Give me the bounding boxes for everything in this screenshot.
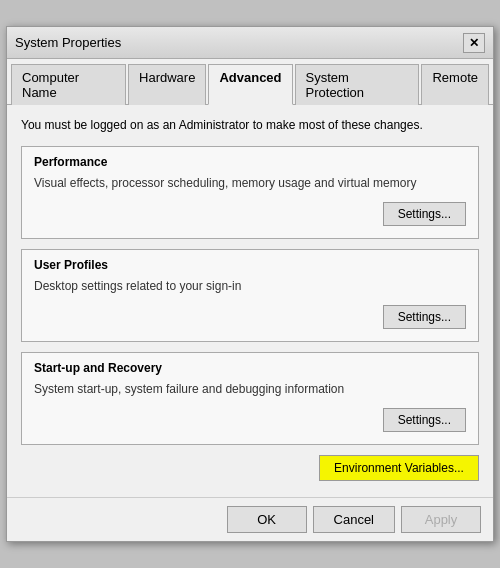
startup-recovery-section-desc: System start-up, system failure and debu… xyxy=(34,381,466,398)
startup-recovery-section-title: Start-up and Recovery xyxy=(34,361,466,375)
environment-variables-button[interactable]: Environment Variables... xyxy=(319,455,479,481)
user-profiles-section-title: User Profiles xyxy=(34,258,466,272)
tab-advanced[interactable]: Advanced xyxy=(208,64,292,105)
startup-recovery-btn-row: Settings... xyxy=(34,408,466,432)
startup-recovery-section: Start-up and Recovery System start-up, s… xyxy=(21,352,479,445)
tabs-bar: Computer Name Hardware Advanced System P… xyxy=(7,59,493,105)
admin-info-text: You must be logged on as an Administrato… xyxy=(21,117,479,134)
title-bar: System Properties ✕ xyxy=(7,27,493,59)
env-variables-row: Environment Variables... xyxy=(21,455,479,481)
tab-computer-name[interactable]: Computer Name xyxy=(11,64,126,105)
user-profiles-settings-button[interactable]: Settings... xyxy=(383,305,466,329)
apply-button[interactable]: Apply xyxy=(401,506,481,533)
tab-remote[interactable]: Remote xyxy=(421,64,489,105)
close-button[interactable]: ✕ xyxy=(463,33,485,53)
tab-system-protection[interactable]: System Protection xyxy=(295,64,420,105)
tab-hardware[interactable]: Hardware xyxy=(128,64,206,105)
performance-section: Performance Visual effects, processor sc… xyxy=(21,146,479,239)
window-title: System Properties xyxy=(15,35,121,50)
startup-recovery-settings-button[interactable]: Settings... xyxy=(383,408,466,432)
footer: OK Cancel Apply xyxy=(7,497,493,541)
tab-content: You must be logged on as an Administrato… xyxy=(7,105,493,496)
ok-button[interactable]: OK xyxy=(227,506,307,533)
user-profiles-btn-row: Settings... xyxy=(34,305,466,329)
system-properties-window: System Properties ✕ Computer Name Hardwa… xyxy=(6,26,494,541)
user-profiles-section-desc: Desktop settings related to your sign-in xyxy=(34,278,466,295)
cancel-button[interactable]: Cancel xyxy=(313,506,395,533)
close-icon: ✕ xyxy=(469,36,479,50)
performance-btn-row: Settings... xyxy=(34,202,466,226)
performance-settings-button[interactable]: Settings... xyxy=(383,202,466,226)
performance-section-title: Performance xyxy=(34,155,466,169)
title-bar-controls: ✕ xyxy=(463,33,485,53)
performance-section-desc: Visual effects, processor scheduling, me… xyxy=(34,175,466,192)
user-profiles-section: User Profiles Desktop settings related t… xyxy=(21,249,479,342)
